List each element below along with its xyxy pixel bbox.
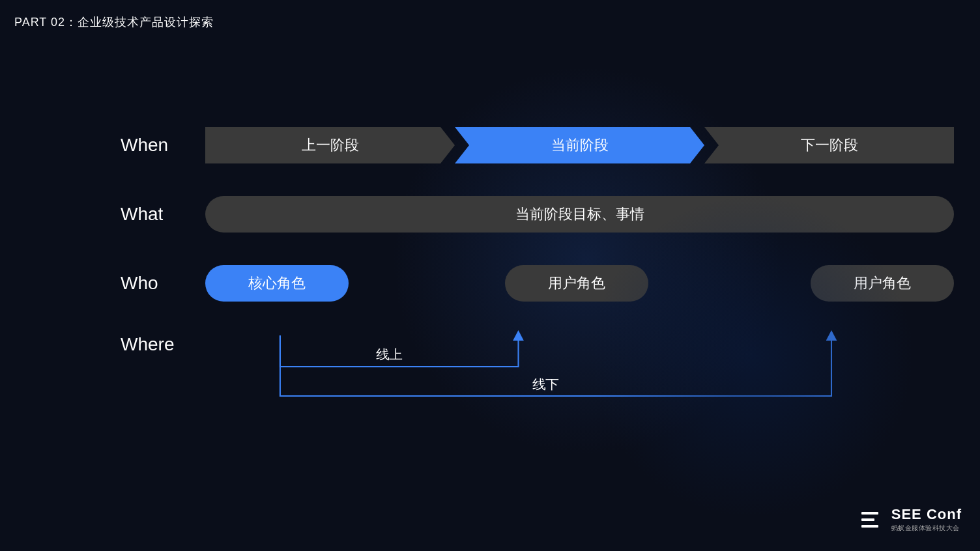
see-conf-text: SEE Conf 蚂蚁金服体验科技大会 <box>891 507 962 533</box>
who-content: 核心角色 用户角色 用户角色 <box>205 265 954 302</box>
who-label: Who <box>121 273 205 294</box>
when-label: When <box>121 135 205 156</box>
see-conf-icon <box>859 507 885 533</box>
svg-rect-4 <box>861 525 878 528</box>
svg-text:线下: 线下 <box>532 376 559 391</box>
when-row: When 上一阶段 当前阶段 下一阶段 <box>121 127 954 163</box>
see-conf-subtitle: 蚂蚁金服体验科技大会 <box>891 524 960 533</box>
what-content: 当前阶段目标、事情 <box>205 196 954 233</box>
what-label: What <box>121 204 205 225</box>
where-row: Where <box>121 334 954 419</box>
who-user-role-1: 用户角色 <box>505 265 648 302</box>
see-conf-title: SEE Conf <box>891 507 962 522</box>
connector-svg: 线上 线下 <box>205 334 954 419</box>
where-label: Where <box>121 334 205 355</box>
main-content: When 上一阶段 当前阶段 下一阶段 What <box>121 127 954 419</box>
what-pill: 当前阶段目标、事情 <box>205 196 954 233</box>
what-row: What 当前阶段目标、事情 <box>121 196 954 233</box>
who-user-role-2: 用户角色 <box>811 265 954 302</box>
when-content: 上一阶段 当前阶段 下一阶段 <box>205 127 954 163</box>
chevron-next[interactable]: 下一阶段 <box>704 127 954 163</box>
part-label: PART 02：企业级技术产品设计探索 <box>14 14 214 30</box>
svg-text:线上: 线上 <box>376 346 403 361</box>
who-core-role: 核心角色 <box>205 265 349 302</box>
where-diagram: 线上 线下 <box>205 334 954 419</box>
where-content: 线上 线下 <box>205 334 954 419</box>
chevron-current[interactable]: 当前阶段 <box>455 127 704 163</box>
who-row: Who 核心角色 用户角色 用户角色 <box>121 265 954 302</box>
svg-rect-2 <box>861 512 878 515</box>
chevron-prev[interactable]: 上一阶段 <box>205 127 455 163</box>
svg-rect-3 <box>861 518 874 521</box>
chevron-container: 上一阶段 当前阶段 下一阶段 <box>205 127 954 163</box>
see-conf-logo: SEE Conf 蚂蚁金服体验科技大会 <box>859 507 962 533</box>
who-container: 核心角色 用户角色 用户角色 <box>205 265 954 302</box>
